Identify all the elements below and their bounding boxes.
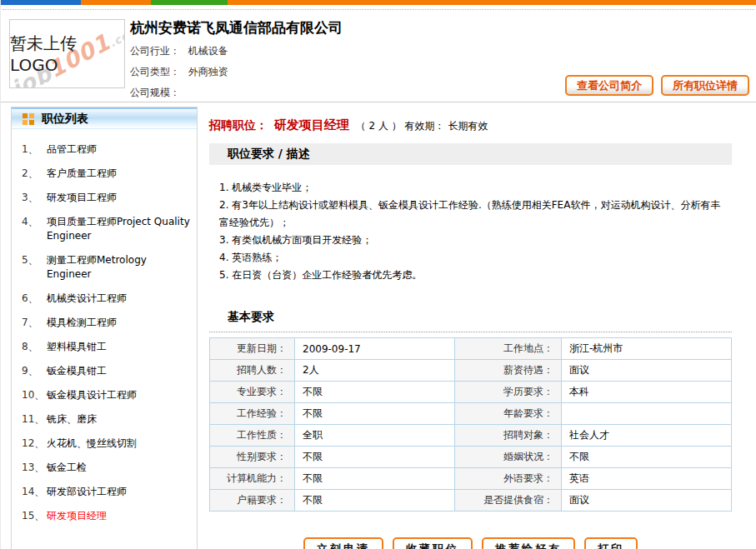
- item-label: 测量工程师Metrology Engineer: [47, 253, 193, 282]
- topbar-orange-segment: [81, 0, 151, 5]
- residency-value: 不限: [295, 490, 455, 512]
- education-value: 本科: [562, 382, 732, 403]
- item-label: 研发部设计工程师: [47, 485, 127, 499]
- sidebar-header: 职位列表: [12, 107, 197, 129]
- table-row: 计算机能力： 不限 外语要求： 英语: [210, 468, 732, 490]
- table-row: 专业要求： 不限 学历要求： 本科: [210, 382, 732, 403]
- target-value: 社会人才: [562, 425, 732, 447]
- company-logo-placeholder: job1001.com 暂未上传LOGO: [9, 19, 125, 88]
- item-number: 14、: [22, 485, 47, 499]
- job-title-label: 招聘职位：: [209, 118, 268, 132]
- item-number: 11、: [22, 412, 47, 427]
- item-label: 钣金模具设计工程师: [47, 388, 137, 402]
- company-type-label: 公司类型：: [130, 66, 180, 77]
- sidebar-item-9[interactable]: 9、 钣金模具钳工: [12, 359, 197, 383]
- item-label: 项目质量工程师Project Quality Engineer: [47, 215, 193, 243]
- item-label: 铣床、磨床: [47, 412, 97, 427]
- computer-skill-label: 计算机能力：: [210, 468, 295, 490]
- all-positions-button[interactable]: 所有职位详情: [661, 75, 749, 96]
- room-board-value: 面议: [562, 490, 732, 512]
- job-title: 研发项目经理: [274, 117, 349, 132]
- table-row: 招聘人数： 2人 薪资待遇： 面议: [210, 360, 732, 382]
- content: 职位列表 1、 品管工程师 2、 客户质量工程师 3、 研发项目工程师 4、 项…: [1, 102, 756, 549]
- residency-label: 户籍要求：: [210, 490, 295, 512]
- sidebar-title: 职位列表: [42, 112, 88, 127]
- job-type-value: 全职: [295, 425, 455, 447]
- item-number: 5、: [22, 253, 47, 282]
- job-title-line: 招聘职位： 研发项目经理 （ 2 人 ） 有效期： 长期有效: [209, 107, 732, 143]
- table-row: 户籍要求： 不限 是否提供食宿： 面议: [210, 490, 732, 512]
- sidebar-item-5[interactable]: 5、 测量工程师Metrology Engineer: [12, 248, 197, 287]
- sidebar-item-2[interactable]: 2、 客户质量工程师: [12, 162, 197, 186]
- topbar-orange-long-segment: [228, 0, 756, 5]
- room-board-label: 是否提供食宿：: [455, 490, 562, 512]
- sidebar-item-12[interactable]: 12、 火花机、慢丝线切割: [12, 432, 197, 456]
- item-number: 1、: [22, 142, 47, 157]
- gender-label: 性别要求：: [210, 447, 295, 468]
- work-location-label: 工作地点：: [455, 338, 562, 360]
- requirement-3: 3. 有类似机械方面项目开发经验；: [219, 232, 725, 249]
- item-label: 研发项目经理: [47, 509, 107, 523]
- item-number: 2、: [22, 167, 47, 181]
- sidebar-item-6[interactable]: 6、 机械类设计工程师: [12, 287, 197, 311]
- sidebar-item-8[interactable]: 8、 塑料模具钳工: [12, 335, 197, 359]
- item-number: 13、: [22, 461, 47, 475]
- company-industry-row: 公司行业： 机械设备: [130, 44, 756, 58]
- sidebar-item-11[interactable]: 11、 铣床、磨床: [12, 407, 197, 432]
- header-buttons: 查看公司简介 所有职位详情: [565, 75, 749, 96]
- print-button[interactable]: 打印: [584, 537, 638, 549]
- item-number: 10、: [22, 388, 47, 402]
- item-label: 钣金工检: [47, 461, 87, 475]
- requirement-2: 2. 有3年以上结构设计或塑料模具、钣金模具设计工作经验.（熟练使用相关FEA软…: [219, 197, 725, 232]
- marital-label: 婚姻状况：: [455, 447, 562, 468]
- recommend-to-friend-button[interactable]: 推荐给好友: [482, 537, 575, 549]
- item-label: 品管工程师: [47, 142, 97, 157]
- basic-requirements-header: 基本要求: [209, 304, 732, 332]
- requirement-1: 1. 机械类专业毕业；: [219, 179, 725, 197]
- table-row: 性别要求： 不限 婚姻状况： 不限: [210, 447, 732, 468]
- gender-value: 不限: [295, 447, 455, 468]
- job-list: 1、 品管工程师 2、 客户质量工程师 3、 研发项目工程师 4、 项目质量工程…: [12, 129, 197, 528]
- item-number: 4、: [22, 215, 47, 243]
- item-number: 3、: [22, 191, 47, 205]
- company-industry-label: 公司行业：: [130, 45, 180, 57]
- company-type-value: 外商独资: [188, 66, 228, 77]
- requirement-4: 4. 英语熟练；: [219, 249, 725, 267]
- table-row: 工作性质： 全职 招聘对象： 社会人才: [210, 425, 732, 447]
- sidebar-item-7[interactable]: 7、 模具检测工程师: [12, 311, 197, 335]
- top-color-bar: [1, 0, 756, 5]
- page: job1001.com 暂未上传LOGO 杭州安费诺飞凤通信部品有限公司 公司行…: [0, 0, 756, 549]
- sidebar-item-3[interactable]: 3、 研发项目工程师: [12, 186, 197, 210]
- job-type-label: 工作性质：: [210, 425, 295, 447]
- sidebar-item-1[interactable]: 1、 品管工程师: [12, 137, 197, 162]
- job-list-sidebar: 职位列表 1、 品管工程师 2、 客户质量工程师 3、 研发项目工程师 4、 项…: [11, 107, 198, 549]
- item-label: 塑料模具钳工: [47, 340, 107, 354]
- item-label: 火花机、慢丝线切割: [47, 437, 137, 451]
- job-detail-panel: 招聘职位： 研发项目经理 （ 2 人 ） 有效期： 长期有效 职位要求 / 描述…: [209, 107, 732, 549]
- education-label: 学历要求：: [455, 382, 562, 403]
- company-name: 杭州安费诺飞凤通信部品有限公司: [130, 18, 756, 37]
- topbar-blue-segment: [1, 0, 81, 5]
- item-label: 模具检测工程师: [47, 316, 117, 330]
- apply-now-button[interactable]: 立刻申请: [303, 537, 383, 549]
- squares-icon: [23, 113, 34, 125]
- table-row: 工作经验： 不限 年龄要求：: [210, 403, 732, 425]
- salary-value: 面议: [562, 360, 732, 382]
- work-location-value: 浙江-杭州市: [562, 338, 732, 360]
- major-label: 专业要求：: [210, 382, 295, 403]
- sidebar-item-13[interactable]: 13、 钣金工检: [12, 456, 197, 480]
- validity-label: 有效期：: [405, 120, 445, 132]
- item-number: 6、: [22, 292, 47, 306]
- sidebar-item-4[interactable]: 4、 项目质量工程师Project Quality Engineer: [12, 210, 197, 248]
- sidebar-item-15-active[interactable]: 15、 研发项目经理: [12, 504, 197, 528]
- sidebar-item-14[interactable]: 14、 研发部设计工程师: [12, 480, 197, 504]
- foreign-language-label: 外语要求：: [455, 468, 562, 490]
- save-job-button[interactable]: 收藏职位: [393, 537, 473, 549]
- sidebar-item-10[interactable]: 10、 钣金模具设计工程师: [12, 383, 197, 407]
- salary-label: 薪资待遇：: [455, 360, 562, 382]
- experience-value: 不限: [295, 403, 455, 425]
- company-header: job1001.com 暂未上传LOGO 杭州安费诺飞凤通信部品有限公司 公司行…: [1, 10, 756, 102]
- view-company-profile-button[interactable]: 查看公司简介: [565, 75, 653, 96]
- basic-requirements-table: 更新日期： 2009-09-17 工作地点： 浙江-杭州市 招聘人数： 2人 薪…: [209, 337, 732, 512]
- validity-value: 长期有效: [448, 120, 488, 132]
